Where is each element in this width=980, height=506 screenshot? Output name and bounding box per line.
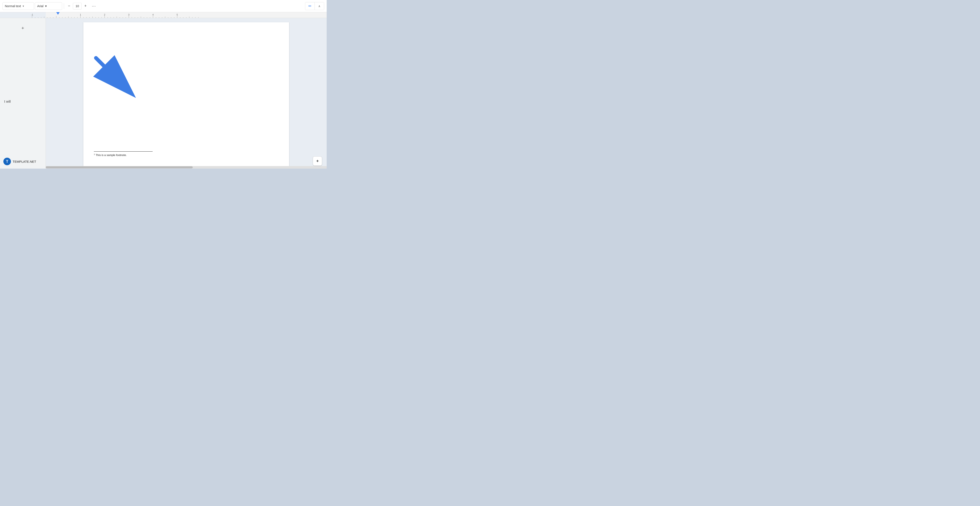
document-container[interactable]: 1 This is a sample footnote. [46, 18, 327, 169]
ai-star-icon: ✦ [316, 159, 319, 164]
brand-name-main: TEMPLATE [13, 160, 29, 163]
edit-chevron-button[interactable]: ∧ [315, 2, 324, 10]
footnote-content: This is a sample footnote. [95, 153, 127, 157]
sidebar: + t will [0, 18, 46, 169]
font-size-control: − + [66, 3, 89, 10]
font-label: Arial [37, 4, 43, 8]
arrow-svg [90, 54, 144, 100]
toolbar: Normal text ▾ Arial ▾ − + ··· ✏ ∧ [0, 0, 327, 12]
footnote-superscript: 1 [94, 153, 95, 155]
footnote-area: 1 This is a sample footnote. [94, 151, 278, 157]
text-style-chevron-icon: ▾ [23, 5, 24, 8]
decrease-font-button[interactable]: − [66, 3, 72, 10]
add-content-button[interactable]: + [19, 24, 27, 32]
scrollbar-thumb[interactable] [46, 166, 193, 169]
ruler [0, 12, 327, 18]
more-icon: ··· [92, 3, 96, 8]
brand-name: TEMPLATE.NET [13, 160, 36, 163]
brand-name-suffix: .NET [29, 160, 36, 163]
brand-logo-letter: T [6, 159, 8, 164]
svg-line-1 [96, 58, 130, 92]
arrow-annotation [90, 54, 144, 100]
text-style-dropdown[interactable]: Normal text ▾ [3, 2, 34, 10]
font-dropdown[interactable]: Arial ▾ [35, 2, 62, 10]
ruler-canvas [0, 12, 327, 18]
pencil-icon: ✏ [309, 4, 312, 8]
plus-icon: + [21, 25, 24, 31]
ruler-tab-indicator [56, 12, 60, 15]
text-style-label: Normal text [5, 4, 21, 8]
edit-pencil-button[interactable]: ✏ [305, 2, 315, 10]
plus-icon: + [84, 4, 87, 8]
edit-button-group: ✏ ∧ [305, 2, 324, 10]
ai-assistant-button[interactable]: ✦ [313, 156, 322, 165]
main-area: + t will 1 [0, 12, 327, 169]
footnote-text: 1 This is a sample footnote. [94, 153, 278, 157]
brand-logo: T [3, 158, 11, 165]
chevron-up-icon: ∧ [318, 5, 320, 8]
branding: T TEMPLATE.NET [3, 158, 36, 165]
font-chevron-icon: ▾ [45, 4, 47, 8]
document-page: 1 This is a sample footnote. [83, 22, 289, 169]
font-size-input[interactable] [73, 3, 82, 10]
more-options-button[interactable]: ··· [90, 3, 98, 10]
minus-icon: − [68, 4, 70, 8]
sidebar-text: t will [4, 100, 11, 103]
horizontal-scrollbar[interactable] [46, 166, 327, 169]
increase-font-button[interactable]: + [82, 3, 89, 10]
